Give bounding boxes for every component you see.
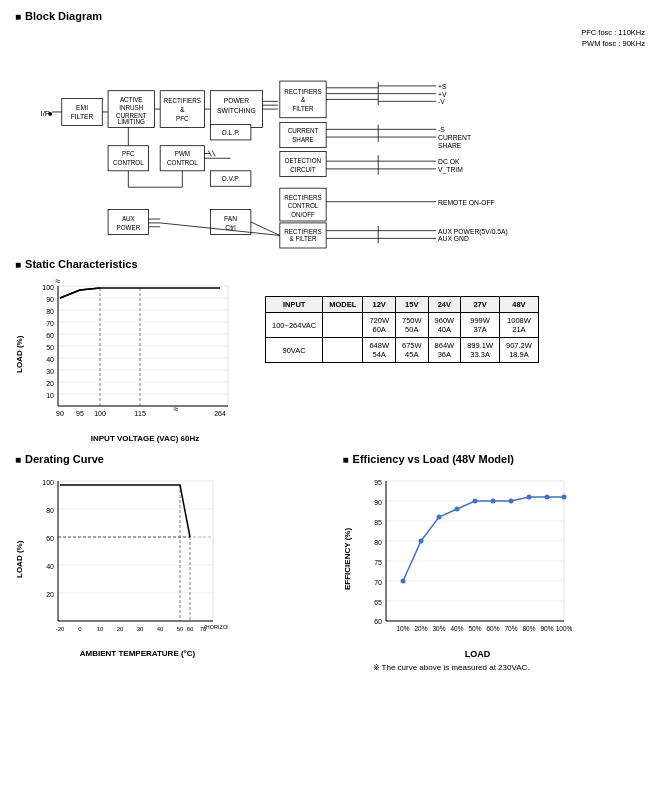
table-header-row: INPUT MODEL 12V 15V 24V 27V 48V xyxy=(266,297,539,313)
27v-header: 27V xyxy=(461,297,500,313)
svg-text:50: 50 xyxy=(177,626,184,632)
svg-text:AUX: AUX xyxy=(122,215,136,222)
x-axis-label: INPUT VOLTAGE (VAC) 60Hz xyxy=(45,434,245,443)
svg-text:20: 20 xyxy=(46,380,54,387)
static-characteristics-section: Static Characteristics LOAD (%) xyxy=(15,258,655,443)
svg-text:60: 60 xyxy=(46,332,54,339)
svg-text:80: 80 xyxy=(374,539,382,546)
svg-text:CURRENT: CURRENT xyxy=(438,134,471,141)
svg-text:DETECTION: DETECTION xyxy=(285,157,322,164)
char-table: INPUT MODEL 12V 15V 24V 27V 48V 100~264V… xyxy=(265,296,539,363)
svg-text:95: 95 xyxy=(374,479,382,486)
svg-text:50%: 50% xyxy=(468,625,481,632)
svg-point-189 xyxy=(418,539,423,544)
svg-text:≈: ≈ xyxy=(174,404,179,414)
r1c2: 750W50A xyxy=(395,313,428,338)
svg-line-103 xyxy=(212,151,215,157)
svg-text:40: 40 xyxy=(46,356,54,363)
svg-text:40%: 40% xyxy=(450,625,463,632)
svg-text:60: 60 xyxy=(187,626,194,632)
svg-text:RECTIFIERS: RECTIFIERS xyxy=(284,88,321,95)
derating-chart-wrapper: LOAD (%) 100 80 xyxy=(15,471,328,646)
svg-text:& FILTER: & FILTER xyxy=(289,235,317,242)
svg-text:PFC: PFC xyxy=(176,115,189,122)
r1c3: 960W40A xyxy=(428,313,461,338)
svg-point-191 xyxy=(454,507,459,512)
svg-text:70%: 70% xyxy=(504,625,517,632)
svg-line-95 xyxy=(251,222,280,236)
svg-text:-S: -S xyxy=(438,126,445,133)
derating-curve-section: Derating Curve LOAD (%) xyxy=(15,453,328,672)
svg-text:75: 75 xyxy=(374,559,382,566)
efficiency-title: Efficiency vs Load (48V Model) xyxy=(343,453,656,465)
svg-text:90%: 90% xyxy=(540,625,553,632)
svg-text:INRUSH: INRUSH xyxy=(119,104,143,111)
svg-text:80%: 80% xyxy=(522,625,535,632)
block-diagram-section: Block Diagram PFC fosc : 110KHzPWM fosc … xyxy=(15,10,655,248)
svg-text:30: 30 xyxy=(137,626,144,632)
svg-text:80: 80 xyxy=(46,308,54,315)
static-chart-svg: 100 90 80 70 60 50 40 30 20 10 90 95 100 xyxy=(28,276,238,431)
svg-text:70: 70 xyxy=(46,320,54,327)
svg-text:POWER: POWER xyxy=(116,224,140,231)
svg-text:20: 20 xyxy=(117,626,124,632)
svg-text:CONTROL: CONTROL xyxy=(288,202,319,209)
svg-text:+V: +V xyxy=(438,91,447,98)
char-table-container: INPUT MODEL 12V 15V 24V 27V 48V 100~264V… xyxy=(265,276,539,363)
svg-text:10%: 10% xyxy=(396,625,409,632)
svg-point-195 xyxy=(526,495,531,500)
block-diagram-title: Block Diagram xyxy=(15,10,655,22)
svg-text:REMOTE ON-OFF: REMOTE ON-OFF xyxy=(438,199,495,206)
r1c4: 999W37A xyxy=(461,313,500,338)
svg-text:90: 90 xyxy=(46,296,54,303)
svg-text:60: 60 xyxy=(374,618,382,625)
svg-text:-V: -V xyxy=(438,98,445,105)
svg-text:100%: 100% xyxy=(555,625,572,632)
svg-text:60: 60 xyxy=(46,535,54,542)
r1c1: 720W60A xyxy=(363,313,396,338)
48v-header: 48V xyxy=(500,297,539,313)
svg-text:O.L.P.: O.L.P. xyxy=(221,129,239,136)
svg-text:30: 30 xyxy=(46,368,54,375)
svg-text:10: 10 xyxy=(46,392,54,399)
svg-text:PWM: PWM xyxy=(175,150,190,157)
svg-text:CONTROL: CONTROL xyxy=(113,159,144,166)
efficiency-svg: 95 90 85 80 75 70 65 60 10% 20% 30% 40% … xyxy=(356,471,576,646)
svg-text:RECTIFIERS: RECTIFIERS xyxy=(284,194,321,201)
svg-text:FILTER: FILTER xyxy=(71,113,94,120)
r1c5: 1008W21A xyxy=(500,313,539,338)
load-y-label: LOAD (%) xyxy=(15,289,24,419)
svg-text:ACTIVE: ACTIVE xyxy=(120,96,143,103)
svg-text:O.V.P.: O.V.P. xyxy=(221,175,240,182)
svg-text:90: 90 xyxy=(374,499,382,506)
svg-text:SHARE: SHARE xyxy=(438,142,462,149)
svg-point-196 xyxy=(544,495,549,500)
svg-text:EMI: EMI xyxy=(76,104,88,111)
svg-text:95: 95 xyxy=(76,410,84,417)
efficiency-chart-wrapper: EFFICIENCY (%) 95 90 xyxy=(343,471,656,646)
r2c4: 899.1W33.3A xyxy=(461,338,500,363)
model-header: MODEL xyxy=(323,297,363,313)
r2c5: 907.2W18.9A xyxy=(500,338,539,363)
svg-point-188 xyxy=(400,579,405,584)
svg-point-190 xyxy=(436,515,441,520)
static-characteristics-title: Static Characteristics xyxy=(15,258,655,270)
24v-header: 24V xyxy=(428,297,461,313)
svg-text:RECTIFIERS: RECTIFIERS xyxy=(164,97,201,104)
svg-text:50: 50 xyxy=(46,344,54,351)
svg-text:100: 100 xyxy=(94,410,106,417)
svg-point-192 xyxy=(472,499,477,504)
svg-text:30%: 30% xyxy=(432,625,445,632)
svg-text:60%: 60% xyxy=(486,625,499,632)
table-row-1: 100~264VAC 720W60A 750W50A 960W40A 999W3… xyxy=(266,313,539,338)
svg-text:80: 80 xyxy=(46,507,54,514)
efficiency-section: Efficiency vs Load (48V Model) EFFICIENC… xyxy=(343,453,656,672)
svg-text:PFC: PFC xyxy=(122,150,135,157)
svg-text:AUX GND: AUX GND xyxy=(438,235,469,242)
svg-text:20: 20 xyxy=(46,591,54,598)
svg-text:-20: -20 xyxy=(56,626,65,632)
svg-text:264: 264 xyxy=(214,410,226,417)
efficiency-x-label: LOAD xyxy=(373,649,583,659)
empty-model-2 xyxy=(323,338,363,363)
svg-text:+S: +S xyxy=(438,83,447,90)
